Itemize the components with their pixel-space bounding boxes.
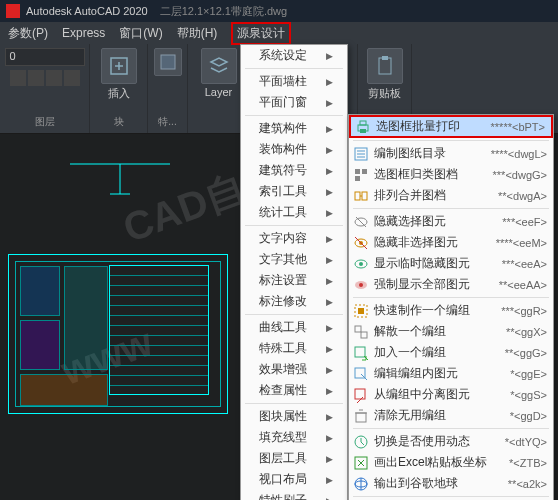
earth-icon bbox=[353, 476, 369, 492]
submenu-item[interactable]: 解散一个编组**<ggX> bbox=[349, 321, 553, 342]
group-icon bbox=[353, 303, 369, 319]
menu-item[interactable]: 标注设置▶ bbox=[241, 270, 347, 291]
submenu-item[interactable]: 清除无用编组*<ggD> bbox=[349, 405, 553, 426]
submenu-command: *<dtYQ> bbox=[505, 436, 547, 448]
menu-item[interactable]: 文字其他▶ bbox=[241, 249, 347, 270]
svg-rect-17 bbox=[362, 192, 367, 200]
menu-item[interactable]: 平面门窗▶ bbox=[241, 92, 347, 113]
menu-help[interactable]: 帮助(H) bbox=[177, 25, 218, 42]
menu-label: 标注设置 bbox=[259, 272, 307, 289]
submenu-item[interactable]: 快速制作一个编组***<ggR> bbox=[349, 300, 553, 321]
submenu-arrow-icon: ▶ bbox=[326, 166, 333, 176]
menu-item[interactable]: 系统设定▶ bbox=[241, 45, 347, 66]
submenu-command: ****<eeM> bbox=[496, 237, 547, 249]
submenu-arrow-icon: ▶ bbox=[326, 255, 333, 265]
submenu-item[interactable]: 加入一个编组**<ggG> bbox=[349, 342, 553, 363]
submenu-arrow-icon: ▶ bbox=[326, 412, 333, 422]
submenu-item[interactable]: 编制图纸目录****<dwgL> bbox=[349, 143, 553, 164]
submenu-command: *<ZTB> bbox=[509, 457, 547, 469]
submenu-arrow-icon: ▶ bbox=[326, 234, 333, 244]
menu-item[interactable]: 装饰构件▶ bbox=[241, 139, 347, 160]
menu-item[interactable]: 图块属性▶ bbox=[241, 406, 347, 427]
menu-label: 平面门窗 bbox=[259, 94, 307, 111]
menu-express[interactable]: Express bbox=[62, 26, 105, 40]
layer-tool-icon[interactable] bbox=[46, 70, 62, 86]
excel-icon bbox=[353, 455, 369, 471]
menu-item[interactable]: 文字内容▶ bbox=[241, 228, 347, 249]
layer-tool-icon[interactable] bbox=[28, 70, 44, 86]
menu-label: 文字内容 bbox=[259, 230, 307, 247]
submenu-item[interactable]: 显示临时隐藏图元***<eeA> bbox=[349, 253, 553, 274]
titlebar: Autodesk AutoCAD 2020 二层12.1×12.1带庭院.dwg bbox=[0, 0, 558, 22]
submenu-label: 从编组中分离图元 bbox=[374, 386, 505, 403]
menu-item[interactable]: 视口布局▶ bbox=[241, 469, 347, 490]
submenu-label: 显示临时隐藏图元 bbox=[374, 255, 497, 272]
clipboard-button[interactable]: 剪贴板 bbox=[367, 48, 403, 101]
menu-item[interactable]: 统计工具▶ bbox=[241, 202, 347, 223]
menu-params[interactable]: 参数(P) bbox=[8, 25, 48, 42]
submenu-command: **<ggG> bbox=[505, 347, 547, 359]
layer-tool-icon[interactable] bbox=[64, 70, 80, 86]
svg-point-24 bbox=[359, 283, 363, 287]
submenu-command: ***<eeA> bbox=[502, 258, 547, 270]
submenu-arrow-icon: ▶ bbox=[326, 386, 333, 396]
submenu-command: ****<dwgL> bbox=[491, 148, 547, 160]
svg-rect-13 bbox=[355, 169, 360, 174]
menu-item[interactable]: 索引工具▶ bbox=[241, 181, 347, 202]
menu-label: 图块属性 bbox=[259, 408, 307, 425]
menu-yuanquan[interactable]: 源泉设计 bbox=[231, 22, 291, 45]
submenu-item[interactable]: 选图框归类图档***<dwgG> bbox=[349, 164, 553, 185]
menu-item[interactable]: 特殊工具▶ bbox=[241, 338, 347, 359]
svg-rect-26 bbox=[358, 308, 364, 314]
submenu-item[interactable]: 选图框批量打印*****<bPT> bbox=[349, 115, 553, 138]
menu-label: 建筑符号 bbox=[259, 162, 307, 179]
submenu-item[interactable]: 强制显示全部图元**<eeAA> bbox=[349, 274, 553, 295]
menu-item[interactable]: 建筑符号▶ bbox=[241, 160, 347, 181]
submenu-command: *<ggD> bbox=[510, 410, 547, 422]
submenu-arrow-icon: ▶ bbox=[326, 145, 333, 155]
submenu-item[interactable]: 输出到谷歌地球**<a2k> bbox=[349, 473, 553, 494]
layer-button[interactable]: Layer bbox=[201, 48, 237, 98]
menu-window[interactable]: 窗口(W) bbox=[119, 25, 162, 42]
submenu-command: *<ggE> bbox=[510, 368, 547, 380]
submenu-label: 加入一个编组 bbox=[374, 344, 500, 361]
menu-item[interactable]: 建筑构件▶ bbox=[241, 118, 347, 139]
submenu-arrow-icon: ▶ bbox=[326, 276, 333, 286]
submenu-label: 快速制作一个编组 bbox=[374, 302, 496, 319]
menu-item[interactable]: 曲线工具▶ bbox=[241, 317, 347, 338]
menu-item[interactable]: 平面墙柱▶ bbox=[241, 71, 347, 92]
remgrp-icon bbox=[353, 387, 369, 403]
layer-tool-icon[interactable] bbox=[10, 70, 26, 86]
submenu-item[interactable]: 切换是否使用动态*<dtYQ> bbox=[349, 431, 553, 452]
drawing-table bbox=[109, 265, 209, 395]
sort-icon bbox=[353, 167, 369, 183]
menu-label: 标注修改 bbox=[259, 293, 307, 310]
submenu-arrow-icon: ▶ bbox=[326, 98, 333, 108]
menu-item[interactable]: 特性刷子▶ bbox=[241, 490, 347, 500]
insert-button[interactable]: 插入 bbox=[101, 48, 137, 101]
menu-item[interactable]: 标注修改▶ bbox=[241, 291, 347, 312]
layer-dropdown[interactable]: 0 bbox=[5, 48, 85, 66]
submenu-item[interactable]: 隐藏非选择图元****<eeM> bbox=[349, 232, 553, 253]
submenu-item[interactable]: 画出Excel粘贴板坐标*<ZTB> bbox=[349, 452, 553, 473]
panel-title: 块 bbox=[114, 115, 124, 129]
menu-item[interactable]: 检查属性▶ bbox=[241, 380, 347, 401]
showall-icon bbox=[353, 277, 369, 293]
submenu-label: 排列合并图档 bbox=[374, 187, 493, 204]
svg-rect-10 bbox=[360, 121, 366, 125]
submenu-command: **<a2k> bbox=[508, 478, 547, 490]
submenu-item[interactable]: 从编组中分离图元*<ggS> bbox=[349, 384, 553, 405]
menu-label: 建筑构件 bbox=[259, 120, 307, 137]
submenu-item[interactable]: 编辑编组内图元*<ggE> bbox=[349, 363, 553, 384]
menu-item[interactable]: 填充线型▶ bbox=[241, 427, 347, 448]
properties-icon[interactable] bbox=[154, 48, 182, 76]
menu-item[interactable]: 效果增强▶ bbox=[241, 359, 347, 380]
menu-item[interactable]: 图层工具▶ bbox=[241, 448, 347, 469]
menu-label: 统计工具 bbox=[259, 204, 307, 221]
submenu-item[interactable]: 排列合并图档**<dwgA> bbox=[349, 185, 553, 206]
submenu-item[interactable]: 隐藏选择图元***<eeF> bbox=[349, 211, 553, 232]
floor-plan bbox=[8, 254, 228, 414]
svg-rect-15 bbox=[355, 176, 360, 181]
svg-rect-1 bbox=[161, 55, 175, 69]
submenu-command: ***<ggR> bbox=[501, 305, 547, 317]
